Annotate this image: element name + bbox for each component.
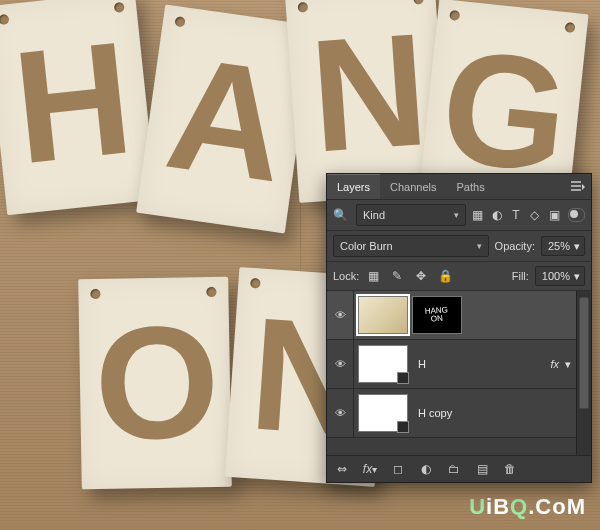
link-layers-icon[interactable]: ⇔ xyxy=(333,460,351,478)
opacity-label: Opacity: xyxy=(495,240,535,252)
filter-adjustment-icon[interactable]: ◐ xyxy=(491,207,502,223)
blend-mode-value: Color Burn xyxy=(340,240,393,252)
lock-position-icon[interactable]: ✥ xyxy=(413,268,429,284)
stencil-card-h: H xyxy=(0,0,157,215)
lock-transparent-icon[interactable]: ▦ xyxy=(365,268,381,284)
scrollbar[interactable] xyxy=(576,291,591,455)
eye-icon: 👁 xyxy=(335,309,346,321)
layer-thumbnail[interactable] xyxy=(358,394,408,432)
panel-flyout-menu[interactable] xyxy=(565,177,591,197)
layer-style-icon[interactable]: fx▾ xyxy=(361,460,379,478)
chevron-down-icon: ▾ xyxy=(477,241,482,251)
new-group-icon[interactable]: 🗀 xyxy=(445,460,463,478)
blend-row: Color Burn ▾ Opacity: 25% ▾ xyxy=(327,231,591,262)
delete-layer-icon[interactable]: 🗑 xyxy=(501,460,519,478)
panel-tabs: Layers Channels Paths xyxy=(327,174,591,200)
watermark: UiBQ.CoM xyxy=(469,494,586,520)
lock-row: Lock: ▦ ✎ ✥ 🔒 Fill: 100% ▾ xyxy=(327,262,591,291)
eye-icon: 👁 xyxy=(335,358,346,370)
fill-value: 100% xyxy=(542,270,570,282)
stencil-letter: O xyxy=(91,307,220,475)
link-badge-icon xyxy=(397,372,409,384)
stencil-letter: A xyxy=(150,36,298,218)
layer-mask-icon[interactable]: ◻ xyxy=(389,460,407,478)
layer-fx-badge[interactable]: fx xyxy=(550,358,565,370)
layer-row[interactable]: 👁 H fx ▾ xyxy=(327,340,591,389)
layer-name[interactable]: H xyxy=(412,358,550,370)
layers-panel: Layers Channels Paths 🔍 Kind ▾ ▦ ◐ T ◇ ▣… xyxy=(326,173,592,483)
panel-footer: ⇔ fx▾ ◻ ◐ 🗀 ▤ 🗑 xyxy=(327,455,591,482)
chevron-down-icon: ▾ xyxy=(454,210,459,220)
opacity-input[interactable]: 25% ▾ xyxy=(541,236,585,256)
mask-preview-text: HANGON xyxy=(425,306,449,324)
layer-name[interactable]: H copy xyxy=(412,407,575,419)
lock-image-icon[interactable]: ✎ xyxy=(389,268,405,284)
filter-pixel-icon[interactable]: ▦ xyxy=(472,207,483,223)
fill-label: Fill: xyxy=(512,270,529,282)
filter-smart-icon[interactable]: ▣ xyxy=(549,207,560,223)
adjustment-layer-icon[interactable]: ◐ xyxy=(417,460,435,478)
filter-kind-select[interactable]: Kind ▾ xyxy=(356,204,466,226)
scrollbar-thumb[interactable] xyxy=(579,297,589,409)
toggle-knob xyxy=(570,210,578,218)
layer-row[interactable]: 👁 H copy xyxy=(327,389,591,438)
lock-label: Lock: xyxy=(333,270,359,282)
layer-mask-thumbnail[interactable]: HANGON xyxy=(412,296,462,334)
filter-row: 🔍 Kind ▾ ▦ ◐ T ◇ ▣ xyxy=(327,200,591,231)
tab-layers[interactable]: Layers xyxy=(327,174,380,199)
stencil-letter: H xyxy=(1,22,144,200)
layer-list: 👁 HANGON 👁 H fx ▾ 👁 H copy xyxy=(327,291,591,455)
filter-shape-icon[interactable]: ◇ xyxy=(529,207,540,223)
visibility-toggle[interactable]: 👁 xyxy=(327,389,354,437)
search-icon: 🔍 xyxy=(333,207,348,223)
filter-toggle[interactable] xyxy=(568,208,585,222)
filter-kind-label: Kind xyxy=(363,209,385,221)
new-layer-icon[interactable]: ▤ xyxy=(473,460,491,478)
eye-icon: 👁 xyxy=(335,407,346,419)
stencil-letter: N xyxy=(299,14,436,188)
opacity-value: 25% xyxy=(548,240,570,252)
link-badge-icon xyxy=(397,421,409,433)
filter-text-icon[interactable]: T xyxy=(510,207,521,223)
fill-input[interactable]: 100% ▾ xyxy=(535,266,585,286)
visibility-toggle[interactable]: 👁 xyxy=(327,291,354,339)
layer-thumbnail[interactable] xyxy=(358,296,408,334)
blend-mode-select[interactable]: Color Burn ▾ xyxy=(333,235,489,257)
stencil-card-o: O xyxy=(78,277,232,490)
chevron-down-icon: ▾ xyxy=(574,240,580,253)
visibility-toggle[interactable]: 👁 xyxy=(327,340,354,388)
layer-row[interactable]: 👁 HANGON xyxy=(327,291,591,340)
flyout-menu-icon xyxy=(571,181,585,193)
tab-channels[interactable]: Channels xyxy=(380,175,446,199)
chevron-down-icon: ▾ xyxy=(574,270,580,283)
lock-all-icon[interactable]: 🔒 xyxy=(437,268,453,284)
layer-thumbnail[interactable] xyxy=(358,345,408,383)
chevron-down-icon[interactable]: ▾ xyxy=(565,358,571,371)
tab-paths[interactable]: Paths xyxy=(447,175,495,199)
